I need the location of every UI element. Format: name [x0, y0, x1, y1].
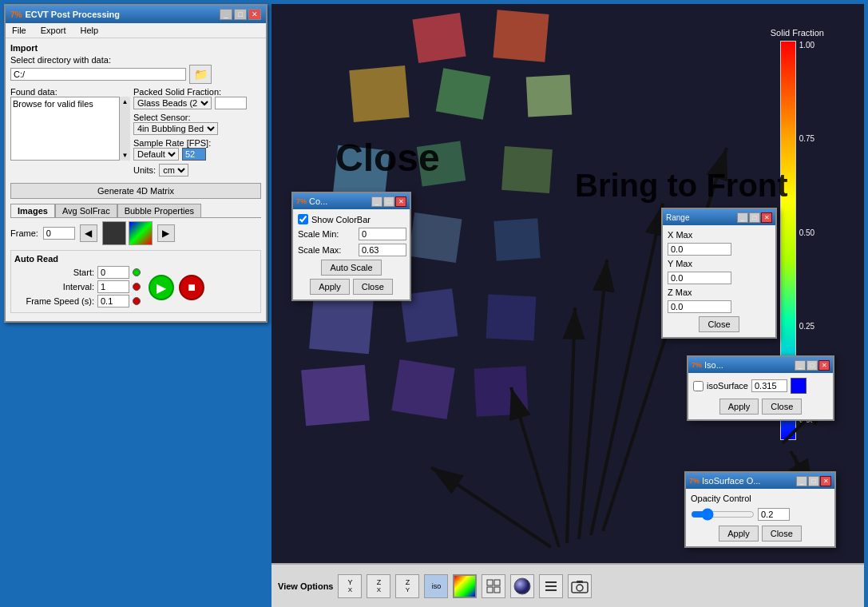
scale-max-input[interactable] — [359, 244, 406, 256]
range-restore-btn[interactable]: □ — [749, 212, 760, 223]
menu-export[interactable]: Export — [38, 25, 69, 36]
range-minimize-btn[interactable]: _ — [737, 212, 748, 223]
sphere-view-btn[interactable] — [510, 574, 534, 598]
start-input[interactable] — [97, 266, 129, 279]
view-yx-btn[interactable]: YX — [338, 574, 362, 598]
particle — [349, 65, 409, 122]
sensor-select[interactable]: 4in Bubbling Bed — [133, 122, 218, 135]
range-close-btn[interactable]: Close — [699, 316, 739, 332]
iso-op-close-btn2[interactable]: ✕ — [820, 476, 831, 486]
thumb-grid — [102, 221, 126, 245]
svg-rect-13 — [494, 587, 500, 593]
colorbar-dialog-title: 7% Co... _ □ ✕ — [293, 193, 410, 209]
auto-read-title: Auto Read — [14, 254, 257, 264]
opacity-slider[interactable] — [691, 508, 755, 521]
show-colorbar-cb[interactable] — [298, 214, 308, 224]
window-close-btn[interactable]: ✕ — [248, 9, 261, 20]
iso-color-swatch[interactable] — [791, 378, 807, 394]
particle — [309, 293, 374, 354]
minimize-btn[interactable]: _ — [220, 9, 232, 20]
svg-line-5 — [591, 204, 663, 535]
browse-btn[interactable]: 📁 — [189, 65, 212, 84]
particle — [412, 13, 466, 63]
cb-minimize-btn[interactable]: _ — [371, 196, 382, 207]
iso-minimize-btn[interactable]: _ — [795, 360, 806, 371]
iso-op-close-btn[interactable]: Close — [762, 526, 802, 542]
dir-input[interactable] — [10, 68, 186, 81]
svg-point-19 — [577, 585, 583, 591]
packed-select[interactable]: Glass Beads (2 — [133, 97, 212, 109]
iso-op-restore-btn[interactable]: □ — [808, 476, 819, 486]
iso-dialog-titletext: Iso... — [704, 360, 723, 370]
app-icon: 7% — [10, 10, 22, 19]
y-max-input[interactable] — [668, 272, 731, 284]
list-view-btn[interactable] — [539, 574, 563, 598]
z-max-input[interactable] — [668, 300, 731, 313]
interval-ind-red — [133, 283, 141, 291]
menu-help[interactable]: Help — [77, 25, 102, 36]
iso-close-btn[interactable]: Close — [762, 399, 802, 415]
tab-avg-solfrac[interactable]: Avg SolFrac — [55, 204, 117, 217]
found-data-list[interactable]: Browse for valid files — [10, 97, 130, 161]
prev-frame-btn[interactable]: ◀ — [80, 224, 97, 242]
iso-opacity-dialog-body: Opacity Control Apply Close — [686, 489, 834, 546]
view-iso-btn[interactable]: iso — [424, 574, 448, 598]
maximize-btn[interactable]: □ — [234, 9, 247, 20]
iso-label: isoSurface — [707, 381, 748, 391]
next-frame-btn[interactable]: ▶ — [157, 224, 175, 242]
packed-label: Packed Solid Fraction: — [133, 87, 261, 97]
view-zx-btn[interactable]: ZX — [367, 574, 390, 598]
units-select[interactable]: cm — [159, 164, 188, 177]
stop-btn[interactable]: ■ — [179, 275, 204, 300]
cb-apply-btn[interactable]: Apply — [310, 279, 350, 295]
frame-input[interactable] — [43, 227, 75, 240]
auto-scale-btn[interactable]: Auto Scale — [321, 260, 381, 276]
svg-line-4 — [579, 260, 607, 539]
grid-view-btn[interactable] — [482, 574, 505, 598]
scale-min-input[interactable] — [359, 228, 406, 240]
generate-btn[interactable]: Generate 4D Matrix — [10, 183, 261, 199]
tab-images[interactable]: Images — [10, 204, 55, 217]
iso-apply-btn[interactable]: Apply — [719, 399, 759, 415]
iso-op-icon: 7% — [689, 477, 700, 485]
tab-bubble[interactable]: Bubble Properties — [117, 204, 201, 217]
frame-label: Frame: — [10, 228, 38, 238]
play-btn[interactable]: ▶ — [149, 275, 174, 300]
view-options-bar: View Options YX ZX ZY iso — [271, 563, 864, 607]
show-colorbar-label: Show ColorBar — [311, 215, 371, 224]
iso-surface-cb[interactable] — [693, 381, 704, 391]
camera-view-btn[interactable] — [568, 574, 592, 598]
scrollbar-up[interactable]: ▲ — [122, 98, 129, 105]
particle — [417, 141, 466, 186]
range-close-btn2[interactable]: ✕ — [761, 212, 772, 223]
speed-input[interactable] — [97, 295, 129, 307]
opacity-value-input[interactable] — [758, 508, 790, 521]
scrollbar-down[interactable]: ▼ — [122, 152, 129, 159]
sample-select[interactable]: Default — [133, 148, 179, 161]
cb-close-btn[interactable]: ✕ — [395, 196, 406, 207]
interval-input[interactable] — [97, 280, 129, 293]
import-label: Import — [10, 43, 261, 53]
svg-rect-11 — [494, 580, 500, 585]
tab-bar: Images Avg SolFrac Bubble Properties — [10, 204, 261, 218]
iso-op-minimize-btn[interactable]: _ — [796, 476, 807, 486]
colorbar-dialog: 7% Co... _ □ ✕ Show ColorBar Scale Min: … — [291, 192, 411, 301]
app-title: ECVT Post Processing — [25, 10, 120, 19]
isosurface-opacity-dialog: 7% IsoSurface O... _ □ ✕ Opacity Control… — [684, 471, 836, 548]
packed-value[interactable] — [215, 97, 247, 109]
iso-close-btn2[interactable]: ✕ — [818, 360, 830, 371]
tick-2: 0.75 — [799, 134, 814, 143]
color-view-btn[interactable] — [453, 574, 477, 598]
iso-op-apply-btn[interactable]: Apply — [719, 526, 759, 542]
particle — [493, 218, 540, 261]
cb-dialog-close-btn[interactable]: Close — [353, 279, 393, 295]
x-max-input[interactable] — [668, 243, 731, 256]
view-zy-btn[interactable]: ZY — [395, 574, 419, 598]
menu-file[interactable]: File — [9, 25, 30, 36]
iso-value-input[interactable] — [751, 379, 787, 392]
particle — [526, 75, 573, 117]
cb-restore-btn[interactable]: □ — [383, 196, 394, 207]
sample-num[interactable] — [182, 148, 206, 161]
tick-1: 1.00 — [799, 41, 814, 50]
iso-restore-btn[interactable]: □ — [807, 360, 818, 371]
